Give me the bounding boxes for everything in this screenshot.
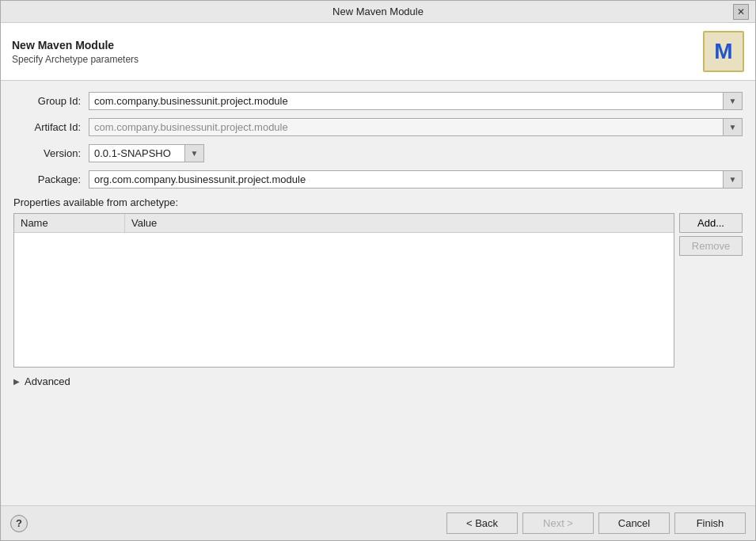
package-input-wrap: ▼ (89, 170, 743, 189)
close-button[interactable]: ✕ (733, 4, 749, 20)
version-row: Version: ▼ (13, 144, 743, 162)
header-text-block: New Maven Module Specify Archetype param… (12, 39, 139, 65)
version-input[interactable] (89, 145, 184, 162)
package-label: Package: (13, 173, 89, 185)
table-header-value: Value (125, 214, 674, 232)
footer-left: ? (10, 515, 28, 532)
version-wrap: ▼ (89, 144, 204, 162)
artifact-id-label: Artifact Id: (13, 121, 89, 133)
next-button[interactable]: Next > (522, 512, 594, 534)
advanced-label: Advanced (25, 375, 70, 387)
properties-table: Name Value (13, 213, 674, 368)
artifact-id-input-wrap: ▼ (89, 118, 743, 136)
back-button[interactable]: < Back (446, 512, 518, 534)
help-button[interactable]: ? (10, 515, 28, 532)
dialog-title: New Maven Module (23, 6, 733, 17)
version-input-wrap: ▼ (89, 144, 204, 162)
version-label: Version: (13, 147, 89, 159)
table-body (14, 233, 674, 365)
remove-button[interactable]: Remove (679, 236, 743, 256)
table-header-name: Name (14, 214, 125, 232)
artifact-id-input[interactable] (89, 119, 723, 135)
dialog: New Maven Module ✕ New Maven Module Spec… (0, 0, 756, 541)
footer-buttons: < Back Next > Cancel Finish (446, 512, 746, 534)
dialog-header: New Maven Module Specify Archetype param… (1, 23, 755, 81)
properties-label: Properties available from archetype: (13, 196, 743, 208)
advanced-arrow-icon: ▶ (13, 377, 20, 386)
group-id-input-wrap: ▼ (89, 92, 743, 110)
version-dropdown-btn[interactable]: ▼ (184, 145, 203, 162)
group-id-dropdown-btn[interactable]: ▼ (723, 93, 742, 109)
package-dropdown-btn[interactable]: ▼ (723, 171, 742, 188)
group-id-label: Group Id: (13, 95, 89, 107)
finish-button[interactable]: Finish (674, 512, 746, 534)
properties-area: Name Value Add... Remove (13, 213, 743, 368)
advanced-row[interactable]: ▶ Advanced (13, 375, 743, 387)
add-button[interactable]: Add... (679, 213, 743, 233)
header-title: New Maven Module (12, 39, 139, 51)
artifact-id-dropdown-btn[interactable]: ▼ (723, 119, 742, 135)
cancel-button[interactable]: Cancel (598, 512, 670, 534)
title-bar: New Maven Module ✕ (1, 1, 755, 23)
dialog-footer: ? < Back Next > Cancel Finish (1, 505, 755, 540)
header-icon: M (703, 31, 744, 72)
group-id-row: Group Id: ▼ (13, 92, 743, 110)
package-row: Package: ▼ (13, 170, 743, 189)
group-id-input[interactable] (89, 93, 723, 109)
dialog-body: Group Id: ▼ Artifact Id: ▼ Version: ▼ (1, 81, 755, 505)
header-subtitle: Specify Archetype parameters (12, 54, 139, 65)
properties-buttons: Add... Remove (679, 213, 743, 368)
table-header: Name Value (14, 214, 674, 233)
artifact-id-row: Artifact Id: ▼ (13, 118, 743, 136)
package-input[interactable] (89, 171, 723, 188)
